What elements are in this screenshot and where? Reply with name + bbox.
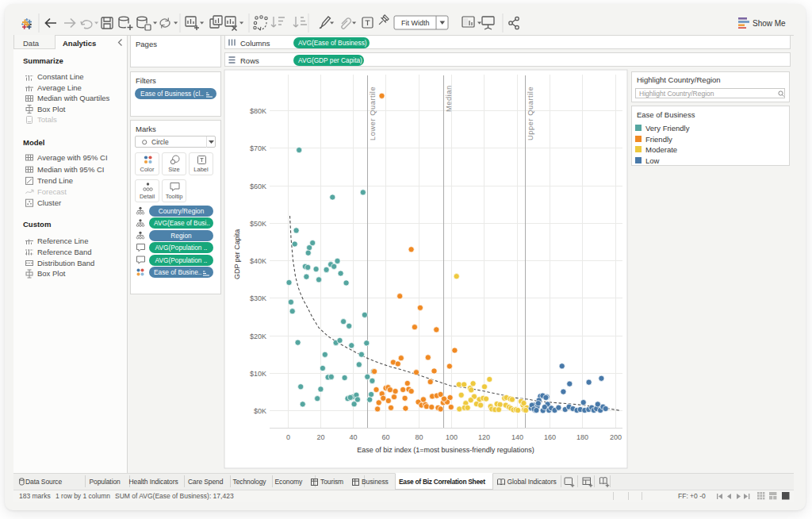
svg-text:$80K: $80K xyxy=(250,107,266,115)
svg-text:$40K: $40K xyxy=(250,257,266,265)
svg-text:$60K: $60K xyxy=(250,183,266,190)
svg-text:GDP per Capita: GDP per Capita xyxy=(233,229,241,279)
svg-text:$50K: $50K xyxy=(250,220,266,228)
svg-text:80: 80 xyxy=(415,433,423,441)
svg-text:100: 100 xyxy=(446,433,458,441)
svg-text:20: 20 xyxy=(316,433,324,441)
svg-text:60: 60 xyxy=(381,433,389,441)
svg-text:$70K: $70K xyxy=(250,144,266,152)
svg-text:$20K: $20K xyxy=(250,333,266,340)
svg-text:200: 200 xyxy=(610,433,622,441)
svg-text:$30K: $30K xyxy=(250,294,266,302)
svg-text:120: 120 xyxy=(478,433,490,441)
svg-text:Ease of biz index (1=most busi: Ease of biz index (1=most business-frien… xyxy=(357,446,534,454)
svg-text:0: 0 xyxy=(286,433,290,441)
svg-text:$0K: $0K xyxy=(254,407,266,415)
svg-text:160: 160 xyxy=(544,433,556,441)
svg-text:$10K: $10K xyxy=(250,370,266,378)
svg-text:140: 140 xyxy=(511,433,523,441)
svg-text:Median: Median xyxy=(445,85,453,112)
svg-text:Lower Quartile: Lower Quartile xyxy=(369,86,377,140)
svg-text:Upper Quartile: Upper Quartile xyxy=(527,86,534,140)
svg-text:40: 40 xyxy=(349,433,357,441)
svg-text:180: 180 xyxy=(576,433,588,441)
